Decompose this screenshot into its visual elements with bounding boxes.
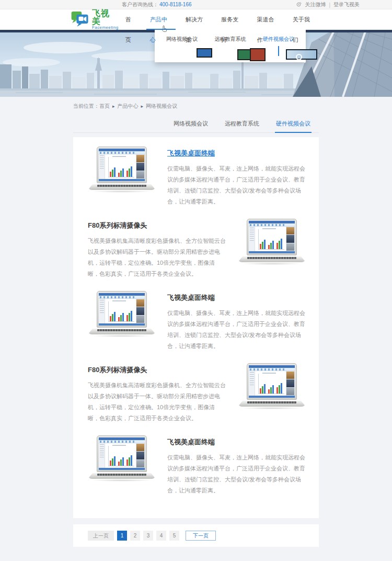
product-image[interactable] xyxy=(238,363,306,409)
topbar-divider: | xyxy=(329,2,330,8)
product-image[interactable] xyxy=(88,435,156,481)
menu-item-image xyxy=(278,46,279,56)
brand-subtitle: Facemeeting xyxy=(92,25,119,30)
nav-item[interactable]: 产品中心 xyxy=(143,9,179,30)
pagination-button[interactable]: 下一页 xyxy=(186,531,216,541)
dropdown-item-label: 远程教育系统 xyxy=(207,36,253,43)
laptop-screen xyxy=(247,363,297,400)
laptop-video-thumbnails xyxy=(286,371,295,396)
product-image[interactable] xyxy=(88,291,156,337)
laptop-video-thumbnails xyxy=(136,443,145,468)
topbar: 客户咨询热线：400-8118-166 关注微博 | 登录飞视美 xyxy=(0,0,392,9)
product-item: 飞视美桌面终端 仅需电脑、摄像头、耳麦，连上网络，就能实现远程会议的多媒体远程沟… xyxy=(88,147,306,219)
pagination-button[interactable]: 1 xyxy=(117,531,127,541)
product-description: 仅需电脑、摄像头、耳麦，连上网络，就能实现远程会议的多媒体远程沟通平台，广泛适用… xyxy=(167,163,306,207)
product-description: 飞视美摄像机集高清晰度彩色摄像机、全方位智能云台以及多协议解码器于一体。驱动部分… xyxy=(88,380,226,424)
main-content: 当前位置：首页产品中心网络视频会议 网络视频会议 远程教育系统 硬件视频会议 xyxy=(0,97,392,561)
product-item: 飞视美桌面终端 仅需电脑、摄像头、耳麦，连上网络，就能实现远程会议的多媒体远程沟… xyxy=(88,291,306,363)
product-title[interactable]: 飞视美桌面终端 xyxy=(167,293,306,302)
product-title[interactable]: 飞视美桌面终端 xyxy=(167,149,306,158)
product-item: F80系列标清摄像头 飞视美摄像机集高清晰度彩色摄像机、全方位智能云台以及多协议… xyxy=(88,219,306,291)
pagination: 上一页12345下一页 xyxy=(73,524,319,547)
nav-item[interactable]: 解决方案 xyxy=(179,9,214,30)
laptop-chart xyxy=(105,299,136,323)
product-title[interactable]: F80系列标清摄像头 xyxy=(88,221,226,230)
laptop-screen xyxy=(97,291,147,328)
product-description: 仅需电脑、摄像头、耳麦，连上网络，就能实现远程会议的多媒体远程沟通平台，广泛适用… xyxy=(167,452,306,496)
laptop-keyboard xyxy=(88,473,156,479)
pagination-button[interactable]: 3 xyxy=(143,531,153,541)
header: 飞视美 Facemeeting 首页 产品中心 解决方案 xyxy=(0,9,392,30)
products-dropdown-menu: 网络视频会议 远程教育系统 硬件视频会议 xyxy=(155,30,306,62)
breadcrumb-item[interactable]: 网络视频会议 xyxy=(139,103,178,109)
laptop-screen xyxy=(97,147,147,183)
weibo-icon xyxy=(296,2,302,8)
cursor-hand-icon xyxy=(162,20,168,41)
laptop-video-thumbnails xyxy=(136,299,145,323)
hotline-label: 客户咨询热线： xyxy=(122,2,158,7)
nav-item[interactable]: 服务支持 xyxy=(214,9,250,30)
laptop-chart xyxy=(255,371,286,396)
product-description: 仅需电脑、摄像头、耳麦，连上网络，就能实现远程会议的多媒体远程沟通平台，广泛适用… xyxy=(167,308,306,352)
product-item: F80系列标清摄像头 飞视美摄像机集高清晰度彩色摄像机、全方位智能云台以及多协议… xyxy=(88,363,306,435)
brand-name: 飞视美 xyxy=(92,9,119,25)
pagination-button[interactable]: 上一页 xyxy=(88,531,114,541)
product-description: 飞视美摄像机集高清晰度彩色摄像机、全方位智能云台以及多协议解码器于一体。驱动部分… xyxy=(88,235,226,279)
hotline: 客户咨询热线：400-8118-166 xyxy=(122,1,192,8)
laptop-screen xyxy=(97,435,147,472)
follow-weibo-link[interactable]: 关注微博 xyxy=(305,1,326,8)
laptop-chart xyxy=(255,227,286,251)
breadcrumb-item[interactable]: 首页 xyxy=(99,103,110,109)
product-list: 飞视美桌面终端 仅需电脑、摄像头、耳麦，连上网络，就能实现远程会议的多媒体远程沟… xyxy=(73,137,319,518)
breadcrumb: 当前位置：首页产品中心网络视频会议 xyxy=(73,100,319,114)
laptop-keyboard xyxy=(238,256,306,262)
laptop-chart xyxy=(105,154,136,179)
pagination-button[interactable]: 4 xyxy=(156,531,166,541)
pagination-button[interactable]: 2 xyxy=(130,531,140,541)
laptop-chart xyxy=(105,443,136,468)
product-title[interactable]: 飞视美桌面终端 xyxy=(167,437,306,447)
nav-item[interactable]: 渠道合作 xyxy=(250,9,286,30)
page: 客户咨询热线：400-8118-166 关注微博 | 登录飞视美 xyxy=(0,0,392,561)
dropdown-menu-item[interactable]: 远程教育系统 xyxy=(207,35,253,56)
product-image[interactable] xyxy=(88,147,156,193)
category-tab[interactable]: 网络视频会议 xyxy=(165,116,216,132)
category-tabs: 网络视频会议 远程教育系统 硬件视频会议 xyxy=(73,116,319,133)
laptop-keyboard xyxy=(238,401,306,407)
laptop-keyboard xyxy=(88,184,156,190)
laptop-video-thumbnails xyxy=(286,227,295,251)
product-title[interactable]: F80系列标清摄像头 xyxy=(88,365,226,375)
product-image[interactable] xyxy=(238,219,306,265)
menu-item-image xyxy=(230,46,231,56)
logo[interactable]: 飞视美 Facemeeting xyxy=(71,9,119,30)
product-item: 飞视美桌面终端 仅需电脑、摄像头、耳麦，连上网络，就能实现远程会议的多媒体远程沟… xyxy=(88,435,306,508)
main-nav: 首页 产品中心 解决方案 服务支持 xyxy=(119,9,321,30)
logo-icon xyxy=(71,10,89,29)
nav-item[interactable]: 首页 xyxy=(119,9,143,30)
category-tab[interactable]: 远程教育系统 xyxy=(216,116,268,132)
login-link[interactable]: 登录飞视美 xyxy=(333,1,360,8)
category-tab[interactable]: 硬件视频会议 xyxy=(268,116,319,132)
pagination-button[interactable]: 5 xyxy=(169,531,179,541)
breadcrumb-prefix: 当前位置： xyxy=(73,103,99,109)
nav-item[interactable]: 关于我们 xyxy=(286,9,321,30)
breadcrumb-item[interactable]: 产品中心 xyxy=(110,103,139,109)
laptop-screen xyxy=(247,219,297,255)
laptop-video-thumbnails xyxy=(136,154,145,179)
hotline-number: 400-8118-166 xyxy=(159,2,192,7)
laptop-keyboard xyxy=(88,329,156,334)
menu-item-image xyxy=(181,46,182,56)
